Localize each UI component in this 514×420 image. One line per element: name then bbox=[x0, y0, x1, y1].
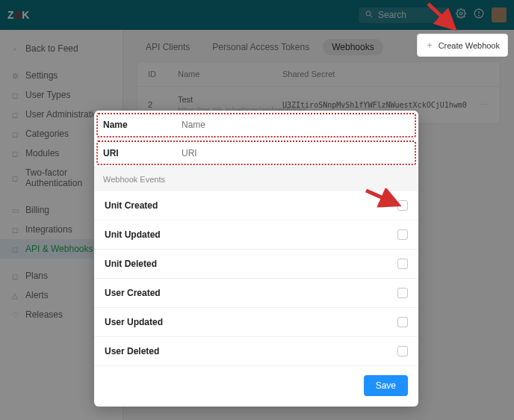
event-checkbox[interactable] bbox=[397, 229, 408, 240]
event-row-user-updated: User Updated bbox=[94, 308, 418, 337]
event-row-user-deleted: User Deleted bbox=[94, 337, 418, 366]
plus-icon: ＋ bbox=[425, 39, 434, 52]
event-row-unit-updated: Unit Updated bbox=[94, 220, 418, 250]
annotation-arrow-create bbox=[424, 0, 469, 37]
event-label: User Created bbox=[105, 288, 161, 298]
save-button[interactable]: Save bbox=[364, 375, 408, 396]
create-webhook-label: Create Webhook bbox=[439, 41, 500, 50]
event-label: Unit Updated bbox=[105, 229, 161, 240]
annotation-uri-field bbox=[96, 140, 416, 165]
event-label: Unit Created bbox=[105, 200, 158, 211]
event-label: User Deleted bbox=[105, 346, 159, 356]
annotation-name-field bbox=[96, 113, 416, 138]
event-checkbox[interactable] bbox=[397, 288, 408, 298]
event-checkbox[interactable] bbox=[397, 317, 408, 327]
event-checkbox[interactable] bbox=[397, 259, 408, 269]
event-label: User Updated bbox=[105, 317, 163, 327]
event-row-unit-deleted: Unit Deleted bbox=[94, 250, 418, 279]
create-webhook-modal: Name URI Webhook Events Unit CreatedUnit… bbox=[94, 111, 418, 407]
event-label: Unit Deleted bbox=[105, 259, 157, 269]
event-checkbox[interactable] bbox=[397, 346, 408, 356]
annotation-arrow-checkbox bbox=[362, 188, 407, 211]
event-row-user-created: User Created bbox=[94, 279, 418, 308]
